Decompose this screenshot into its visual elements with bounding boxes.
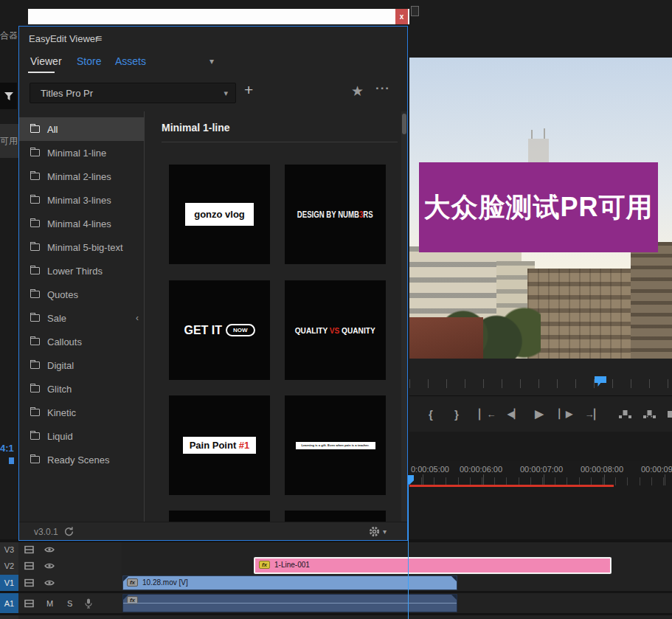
sidebar-item-digital[interactable]: Digital [19, 353, 145, 377]
template-text: gonzo vlog [194, 209, 245, 220]
solo-button[interactable]: S [67, 599, 72, 608]
clip-10-28-mov-audio[interactable]: fx [122, 594, 457, 612]
favorites-star-icon[interactable]: ★ [351, 83, 364, 100]
track-v3: V3 [0, 542, 672, 557]
template-quality-vs-quanity[interactable]: QUALITY VS QUANITY [285, 280, 386, 380]
red-roof [409, 317, 483, 359]
template-pain-point[interactable]: Pain Point #1 [169, 395, 270, 495]
gear-icon [368, 525, 381, 538]
step-forward-button[interactable]: ▏▶ [557, 405, 575, 423]
sidebar-item-label: Minimal 1-line [47, 148, 106, 159]
track-v1-header: V1 [0, 575, 122, 591]
clip-1-line-001[interactable]: fx 1-Line-001 [254, 558, 611, 573]
clip-label: 1-Line-001 [274, 561, 310, 569]
sidebar-item-sale[interactable]: Sale‹ [19, 306, 145, 330]
folder-icon [30, 432, 40, 440]
sidebar-item-kinetic[interactable]: Kinetic [19, 401, 145, 424]
chevron-down-icon: ▾ [224, 89, 228, 98]
tab-assets[interactable]: Assets [115, 55, 146, 67]
template-get-it-now[interactable]: GET ITNOW [169, 280, 270, 380]
mark-in-button[interactable]: { [426, 405, 436, 423]
track-v3-header: V3 [0, 542, 122, 557]
pack-selector-dropdown[interactable]: Titles Pro Pr ▾ [30, 83, 236, 103]
refresh-icon[interactable] [63, 526, 75, 537]
track-v2-label[interactable]: V2 [0, 556, 18, 575]
settings-button[interactable]: ▾ [368, 525, 387, 538]
floating-window-titlebar[interactable]: x [28, 9, 409, 24]
go-to-in-button[interactable]: ▏← [478, 405, 497, 423]
close-button[interactable]: x [395, 9, 408, 24]
panel-content: All Minimal 1-line Minimal 2-lines Minim… [19, 111, 407, 522]
sidebar-item-label: Quotes [47, 289, 78, 300]
sidebar-item-label: Minimal 3-lines [47, 195, 111, 206]
extract-button[interactable] [642, 405, 657, 423]
filter-button[interactable] [0, 83, 17, 109]
panel-menu-icon[interactable]: ≡ [96, 32, 102, 44]
monitor-scrubber[interactable] [409, 359, 672, 395]
step-back-button[interactable]: ◀▏ [505, 405, 523, 423]
sidebar-item-minimal-4-lines[interactable]: Minimal 4-lines [19, 212, 145, 235]
template-partial[interactable] [285, 511, 386, 522]
tab-store[interactable]: Store [77, 55, 101, 67]
sidebar-item-minimal-3-lines[interactable]: Minimal 3-lines [19, 188, 145, 212]
sync-lock-icon[interactable] [24, 599, 34, 607]
sidebar-item-minimal-1-line[interactable]: Minimal 1-line [19, 141, 145, 165]
template-quote-line[interactable]: Learning is a gift. Even when pain is a … [285, 395, 386, 495]
sidebar-item-liquid[interactable]: Liquid [19, 424, 145, 448]
template-design-by-numb3rs[interactable]: DESIGN BY NUMB3RS [285, 165, 386, 264]
sidebar-item-minimal-5-big-text[interactable]: Minimal 5-big-text [19, 235, 145, 259]
sidebar-item-lower-thirds[interactable]: Lower Thirds [19, 259, 145, 283]
play-button[interactable]: ▶ [532, 405, 547, 423]
track-v3-label[interactable]: V3 [0, 542, 18, 557]
folder-icon [30, 125, 40, 133]
track-output-eye-icon[interactable] [44, 563, 55, 570]
track-v2-header: V2 [0, 556, 122, 575]
template-partial[interactable] [169, 511, 270, 522]
track-output-eye-icon[interactable] [44, 580, 55, 587]
sync-lock-icon[interactable] [24, 546, 34, 554]
background-icon-fragment [411, 6, 419, 16]
sidebar-item-label: Lower Thirds [47, 266, 103, 277]
sync-lock-icon[interactable] [24, 562, 34, 570]
fx-badge: fx [127, 578, 138, 587]
template-grid: Minimal 1-line gonzo vlog DESIGN BY NUMB… [145, 111, 401, 522]
mute-button[interactable]: M [46, 599, 53, 608]
track-a1-label[interactable]: A1 [0, 593, 18, 613]
lift-button[interactable] [617, 405, 632, 423]
more-options-button[interactable]: ··· [375, 81, 390, 96]
grid-scrollbar-thumb[interactable] [402, 114, 406, 134]
timeline-playhead-line[interactable] [408, 475, 409, 619]
sidebar-item-glitch[interactable]: Glitch [19, 377, 145, 401]
clip-label: 10.28.mov [V] [142, 578, 188, 587]
tabs-chevron-down-icon[interactable]: ▾ [209, 56, 214, 66]
grid-scrollbar[interactable] [401, 111, 407, 522]
overlay-title-text: 大众脸测试PR可用 [423, 190, 653, 226]
track-output-eye-icon[interactable] [44, 547, 55, 553]
collapse-chevron-icon[interactable]: ‹ [136, 313, 139, 323]
sidebar-item-label: Callouts [47, 336, 82, 347]
template-gonzo-vlog[interactable]: gonzo vlog [169, 165, 270, 264]
sidebar-item-quotes[interactable]: Quotes [19, 283, 145, 306]
track-a2-label[interactable] [0, 615, 18, 619]
clip-10-28-mov[interactable]: fx 10.28.mov [V] [122, 575, 457, 590]
timeline-ruler[interactable]: 0:00:05:00 00:00:06:00 00:00:07:00 00:00… [409, 461, 672, 539]
track-v1-label[interactable]: V1 [0, 575, 18, 591]
video-frame: 大众脸测试PR可用 [409, 58, 672, 359]
mark-out-button[interactable]: } [451, 405, 462, 423]
mic-icon[interactable] [85, 598, 92, 609]
fx-badge: fx [259, 561, 270, 569]
add-pack-button[interactable]: + [244, 81, 253, 99]
sidebar-item-ready-scenes[interactable]: Ready Scenes [19, 448, 145, 471]
folder-icon [30, 243, 40, 251]
folder-icon [30, 456, 40, 463]
sidebar-item-callouts[interactable]: Callouts [19, 330, 145, 353]
folder-icon [30, 409, 40, 416]
building-far-right [631, 242, 672, 359]
export-frame-button-fragment[interactable] [668, 405, 672, 423]
go-to-out-button[interactable]: →▏ [583, 405, 603, 423]
sync-lock-icon[interactable] [24, 579, 34, 587]
sidebar-item-all[interactable]: All [19, 117, 145, 141]
template-text: Pain Point [190, 440, 239, 451]
tab-viewer[interactable]: Viewer [30, 55, 62, 67]
sidebar-item-minimal-2-lines[interactable]: Minimal 2-lines [19, 165, 145, 188]
